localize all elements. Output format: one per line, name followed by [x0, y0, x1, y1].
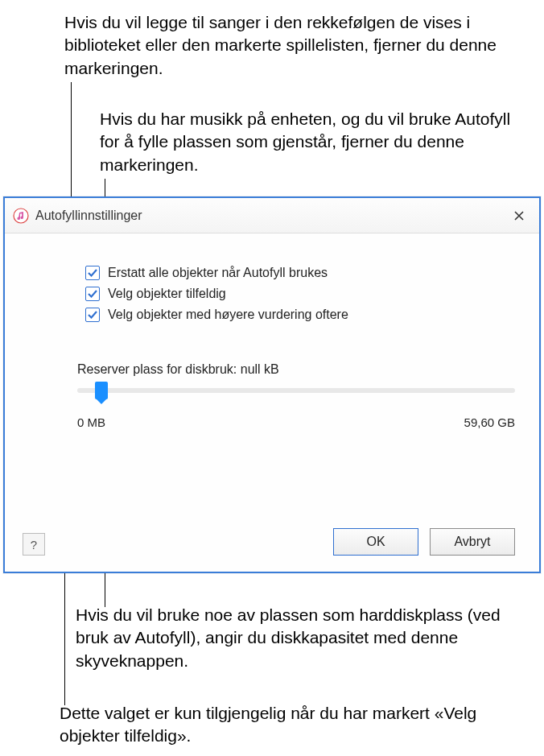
checkbox-label: Velg objekter med høyere vurdering ofter…: [108, 308, 348, 322]
checkbox-row-higher-rating: Velg objekter med høyere vurdering ofter…: [85, 308, 515, 322]
annotation-text: Hvis du vil legge til sanger i den rekke…: [64, 11, 507, 80]
disk-space-slider[interactable]: [77, 388, 515, 393]
checkbox-random[interactable]: [85, 287, 100, 301]
help-button[interactable]: ?: [23, 533, 45, 556]
svg-point-0: [14, 209, 28, 223]
slider-max-label: 59,60 GB: [464, 415, 515, 429]
ok-button[interactable]: OK: [333, 528, 418, 556]
checkbox-row-replace-all: Erstatt alle objekter når Autofyll bruke…: [85, 266, 515, 280]
checkbox-higher-rating[interactable]: [85, 308, 100, 322]
annotation-text: Hvis du vil bruke noe av plassen som har…: [76, 604, 534, 672]
checkbox-label: Erstatt alle objekter når Autofyll bruke…: [108, 266, 328, 280]
checkbox-label: Velg objekter tilfeldig: [108, 287, 226, 301]
annotation-text: Hvis du har musikk på enheten, og du vil…: [100, 108, 534, 176]
checkbox-row-random: Velg objekter tilfeldig: [85, 287, 515, 301]
slider-range: 0 MB 59,60 GB: [77, 415, 515, 429]
cancel-button[interactable]: Avbryt: [430, 528, 515, 556]
slider-min-label: 0 MB: [77, 415, 105, 429]
autofill-settings-dialog: Autofyllinnstillinger Erstatt alle objek…: [3, 196, 541, 573]
annotation-text: Dette valget er kun tilgjengelig når du …: [60, 702, 518, 748]
dialog-body: Erstatt alle objekter når Autofyll bruke…: [5, 233, 539, 572]
dialog-title: Autofyllinnstillinger: [35, 209, 507, 223]
slider-section: Reserver plass for diskbruk: null kB 0 M…: [77, 362, 515, 429]
slider-thumb[interactable]: [95, 382, 108, 399]
dialog-button-row: OK Avbryt: [333, 528, 515, 556]
checkbox-replace-all[interactable]: [85, 266, 100, 280]
close-button[interactable]: [507, 204, 531, 228]
slider-label: Reserver plass for diskbruk: null kB: [77, 362, 515, 377]
titlebar: Autofyllinnstillinger: [5, 198, 539, 233]
itunes-icon: [13, 208, 29, 224]
